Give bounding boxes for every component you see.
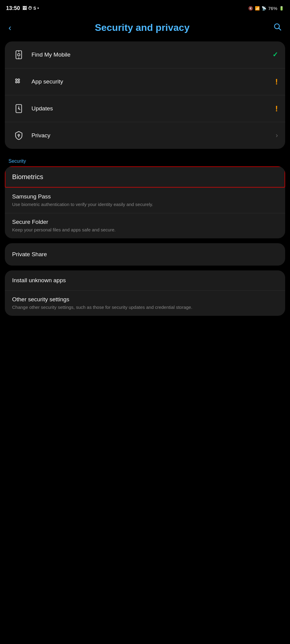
page-title: Security and privacy <box>12 22 272 33</box>
find-my-mobile-icon <box>12 48 25 61</box>
wifi-icon: 📶 <box>255 6 260 11</box>
install-unknown-apps-label: Install unknown apps <box>12 277 278 284</box>
svg-point-11 <box>18 108 19 109</box>
samsung-pass-description: Use biometric authentication to verify y… <box>12 201 153 208</box>
privacy-icon <box>12 129 25 142</box>
updates-indicator: ! <box>275 104 278 113</box>
battery-level: 76% <box>268 6 277 11</box>
updates-label: Updates <box>31 105 275 112</box>
app-security-icon <box>12 75 25 88</box>
biometrics-item[interactable]: Biometrics <box>5 166 285 188</box>
security-card-1: Biometrics Samsung Pass Use biometric au… <box>5 166 285 238</box>
other-security-settings-description: Change other security settings, such as … <box>12 304 192 310</box>
find-my-mobile-item[interactable]: Find My Mobile ✓ <box>5 41 285 68</box>
privacy-indicator: › <box>276 132 278 139</box>
status-bar: 13:50 🖼 ⏱ S • 🔇 📶 📡 76% 🔋 <box>0 0 290 15</box>
security-card-3: Install unknown apps Other security sett… <box>5 270 285 316</box>
samsung-pass-label: Samsung Pass <box>12 193 51 200</box>
find-my-mobile-label: Find My Mobile <box>31 51 272 58</box>
top-card: Find My Mobile ✓ App security ! Updates … <box>5 41 285 149</box>
svg-line-1 <box>279 28 281 30</box>
secure-folder-label: Secure Folder <box>12 219 48 225</box>
mute-icon: 🔇 <box>248 6 253 11</box>
other-security-settings-item[interactable]: Other security settings Change other sec… <box>5 290 285 316</box>
svg-point-6 <box>15 79 17 80</box>
app-security-item[interactable]: App security ! <box>5 68 285 95</box>
svg-point-3 <box>18 54 20 56</box>
back-button[interactable]: ‹ <box>7 22 12 34</box>
samsung-pass-item[interactable]: Samsung Pass Use biometric authenticatio… <box>5 188 285 213</box>
dot-icon: • <box>37 6 39 11</box>
page-header: ‹ Security and privacy <box>0 15 290 41</box>
app-security-label: App security <box>31 78 275 85</box>
time-display: 13:50 <box>6 5 20 11</box>
search-button[interactable] <box>272 21 283 34</box>
clock-icon: ⏱ <box>28 6 32 11</box>
biometrics-label: Biometrics <box>12 173 278 181</box>
secure-folder-item[interactable]: Secure Folder Keep your personal files a… <box>5 213 285 238</box>
photo-icon: 🖼 <box>22 6 27 11</box>
signal-icon: 📡 <box>262 6 266 11</box>
privacy-label: Privacy <box>31 132 276 139</box>
svg-point-9 <box>18 81 19 83</box>
find-my-mobile-indicator: ✓ <box>272 51 278 59</box>
status-right-icons: 🔇 📶 📡 76% 🔋 <box>248 6 284 11</box>
private-share-label[interactable]: Private Share <box>5 243 285 266</box>
status-time: 13:50 🖼 ⏱ S • <box>6 5 39 11</box>
security-section-label: Security <box>0 154 290 166</box>
battery-icon: 🔋 <box>279 6 284 11</box>
updates-icon <box>12 102 25 115</box>
other-security-settings-label: Other security settings <box>12 296 69 303</box>
privacy-item[interactable]: Privacy › <box>5 122 285 149</box>
updates-item[interactable]: Updates ! <box>5 95 285 122</box>
svg-point-8 <box>15 81 17 83</box>
status-notification-icons: 🖼 ⏱ S • <box>22 6 39 11</box>
svg-point-7 <box>18 79 19 80</box>
app-security-indicator: ! <box>275 77 278 87</box>
secure-folder-description: Keep your personal files and apps safe a… <box>12 227 116 233</box>
s-icon: S <box>33 6 36 11</box>
install-unknown-apps-item[interactable]: Install unknown apps <box>5 270 285 290</box>
private-share-card[interactable]: Private Share <box>5 243 285 266</box>
